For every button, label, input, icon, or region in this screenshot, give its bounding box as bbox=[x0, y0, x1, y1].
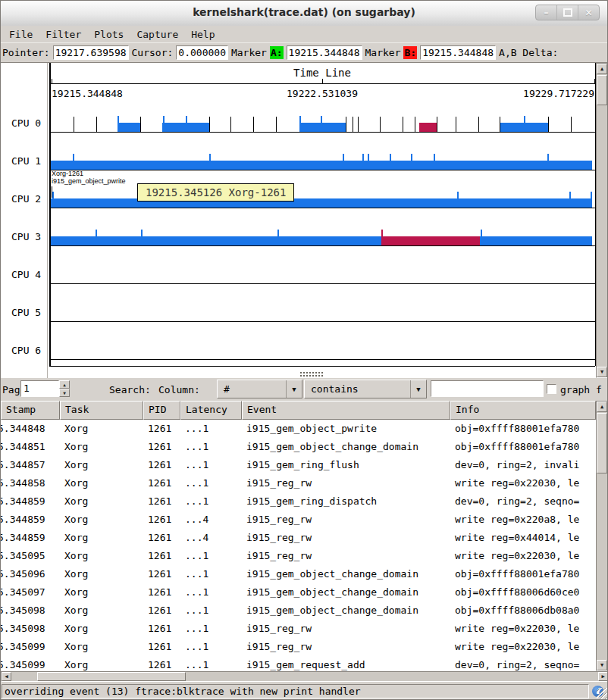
table-row[interactable]: 5.345095Xorg1261...1i915_reg_rwwrite reg… bbox=[1, 547, 596, 565]
scroll-left-icon[interactable]: ◀ bbox=[2, 672, 11, 681]
table-row[interactable]: 5.344859Xorg1261...4i915_reg_rwwrite reg… bbox=[1, 511, 596, 529]
page-spin-buttons[interactable]: ▲ ▼ bbox=[59, 380, 70, 397]
table-row[interactable]: 5.345099Xorg1261...1i915_gem_request_add… bbox=[1, 656, 596, 671]
axis-tick-label: 19222.531039 bbox=[287, 88, 358, 99]
cell-pid: 1261 bbox=[143, 420, 180, 438]
table-row[interactable]: 5.345099Xorg1261...1i915_reg_rwwrite reg… bbox=[1, 638, 596, 656]
cell-stamp: 5.344859 bbox=[1, 511, 60, 529]
marker-b-chip[interactable]: B: bbox=[403, 46, 417, 59]
table-row[interactable]: 5.345098Xorg1261...1i915_gem_object_chan… bbox=[1, 602, 596, 620]
search-input[interactable] bbox=[431, 380, 544, 397]
scroll-down-icon[interactable]: ▼ bbox=[597, 660, 607, 670]
cell-task: Xorg bbox=[60, 438, 143, 456]
table-row[interactable]: 5.344848Xorg1261...1i915_gem_object_pwri… bbox=[1, 420, 596, 438]
cpu-row-baseline bbox=[49, 208, 595, 208]
timeline-panel[interactable]: Time Line Xorg-1261i915_gem_object_pwrit… bbox=[1, 62, 608, 378]
timeline-vscroll-thumb[interactable] bbox=[597, 75, 607, 105]
event-tick-blue bbox=[390, 154, 391, 161]
menu-item-help[interactable]: Help bbox=[186, 27, 220, 42]
cell-latency: ...1 bbox=[180, 492, 242, 511]
cell-latency: ...1 bbox=[180, 438, 242, 456]
maximize-button[interactable] bbox=[556, 5, 578, 20]
menu-item-file[interactable]: File bbox=[4, 27, 38, 42]
event-tick-blue bbox=[321, 116, 322, 123]
cpu-row-baseline bbox=[49, 245, 595, 246]
search-toolbar: Page 1 ▲ ▼ Search: Column: # ▼ contains … bbox=[1, 378, 607, 401]
event-tick bbox=[276, 117, 277, 132]
cpu-row-label: CPU 1 bbox=[11, 155, 46, 167]
menu-item-filter[interactable]: Filter bbox=[40, 27, 86, 42]
table-row[interactable]: 5.344857Xorg1261...1i915_gem_ring_flushd… bbox=[1, 456, 596, 474]
column-header-pid[interactable]: PID bbox=[143, 401, 180, 420]
table-row[interactable]: 5.344858Xorg1261...1i915_reg_rwwrite reg… bbox=[1, 474, 596, 492]
cell-latency: ...1 bbox=[180, 565, 242, 583]
cpu-row-baseline bbox=[49, 359, 595, 360]
event-tick-blue bbox=[434, 154, 435, 161]
minimize-button[interactable]: – bbox=[536, 5, 556, 20]
cell-pid: 1261 bbox=[143, 438, 180, 456]
cell-task: Xorg bbox=[60, 547, 143, 565]
event-tick-blue bbox=[96, 230, 97, 236]
scroll-right-icon[interactable]: ▶ bbox=[598, 672, 608, 681]
cell-task: Xorg bbox=[60, 638, 143, 656]
cell-stamp: 5.345097 bbox=[1, 583, 60, 602]
cell-event: i915_gem_ring_flush bbox=[242, 456, 450, 474]
table-vscroll-thumb[interactable] bbox=[597, 413, 607, 473]
pointer-value: 19217.639598 bbox=[53, 45, 129, 60]
spin-up-icon[interactable]: ▲ bbox=[59, 380, 70, 389]
scroll-up-icon[interactable]: ▲ bbox=[597, 64, 607, 74]
timeline-bar-blue bbox=[299, 123, 346, 132]
cell-stamp: 5.345096 bbox=[1, 565, 60, 583]
maximize-icon bbox=[563, 8, 572, 17]
close-button[interactable]: ✕ bbox=[578, 5, 599, 20]
table-row[interactable]: 5.344859Xorg1261...4i915_reg_rwwrite reg… bbox=[1, 529, 596, 547]
menu-item-plots[interactable]: Plots bbox=[89, 27, 129, 42]
column-header-event[interactable]: Event bbox=[242, 401, 450, 420]
column-header-stamp[interactable]: Stamp bbox=[1, 401, 60, 420]
cell-info: obj=0xffff88001efa780 bbox=[450, 420, 596, 438]
menu-item-capture[interactable]: Capture bbox=[131, 27, 183, 42]
column-header-info[interactable]: Info bbox=[450, 401, 596, 420]
marker-a-chip[interactable]: A: bbox=[270, 46, 284, 59]
event-tick-blue bbox=[299, 116, 301, 123]
scroll-up-icon[interactable]: ▲ bbox=[597, 402, 607, 412]
column-header-task[interactable]: Task bbox=[60, 401, 143, 420]
cell-task: Xorg bbox=[60, 583, 143, 602]
event-tick bbox=[571, 117, 572, 132]
event-table-header: StampTaskPIDLatencyEventInfo bbox=[1, 401, 596, 420]
table-row[interactable]: 5.344851Xorg1261...1i915_gem_object_chan… bbox=[1, 438, 596, 456]
event-tick bbox=[380, 117, 381, 132]
event-tick bbox=[209, 117, 210, 132]
cursor-value: 0.000000 bbox=[176, 45, 228, 60]
cell-event: i915_gem_object_change_domain bbox=[242, 565, 450, 583]
marker-b-value: 19215.344848 bbox=[420, 45, 496, 60]
pane-resize-grip[interactable] bbox=[299, 371, 324, 377]
event-tick bbox=[456, 117, 456, 132]
cell-info: obj=0xffff88006d60ce0 bbox=[450, 583, 596, 602]
cell-stamp: 5.344859 bbox=[1, 529, 60, 547]
cpu-row-baseline bbox=[49, 170, 595, 170]
table-row[interactable]: 5.345098Xorg1261...1i915_reg_rwwrite reg… bbox=[1, 620, 596, 638]
table-row[interactable]: 5.345096Xorg1261...1i915_gem_object_chan… bbox=[1, 565, 596, 583]
table-hscrollbar[interactable]: ◀ ▶ bbox=[1, 671, 608, 682]
event-tick-blue bbox=[209, 154, 211, 161]
cell-event: i915_reg_rw bbox=[242, 620, 450, 638]
page-spinbox[interactable]: 1 bbox=[20, 380, 59, 397]
table-row[interactable]: 5.345097Xorg1261...1i915_gem_object_chan… bbox=[1, 583, 596, 602]
table-vscrollbar[interactable]: ▲ ▼ bbox=[596, 401, 608, 671]
event-tick-blue bbox=[73, 154, 74, 161]
timeline-vscrollbar[interactable]: ▲ ▼ bbox=[596, 63, 608, 378]
cpu-row-label: CPU 6 bbox=[11, 345, 46, 356]
cell-latency: ...1 bbox=[180, 547, 242, 565]
spin-down-icon[interactable]: ▼ bbox=[59, 389, 70, 397]
column-header-latency[interactable]: Latency bbox=[180, 401, 242, 420]
column-select[interactable]: # ▼ bbox=[217, 380, 302, 398]
cell-latency: ...1 bbox=[180, 420, 242, 438]
table-row[interactable]: 5.344859Xorg1261...1i915_gem_ring_dispat… bbox=[1, 492, 596, 511]
table-hscroll-thumb[interactable] bbox=[37, 672, 186, 681]
cell-latency: ...1 bbox=[180, 602, 242, 620]
window-resize-grip[interactable] bbox=[597, 688, 607, 700]
graph-follows-checkbox[interactable] bbox=[547, 384, 556, 394]
scroll-down-icon[interactable]: ▼ bbox=[597, 367, 607, 377]
match-type-select[interactable]: contains ▼ bbox=[304, 380, 427, 398]
